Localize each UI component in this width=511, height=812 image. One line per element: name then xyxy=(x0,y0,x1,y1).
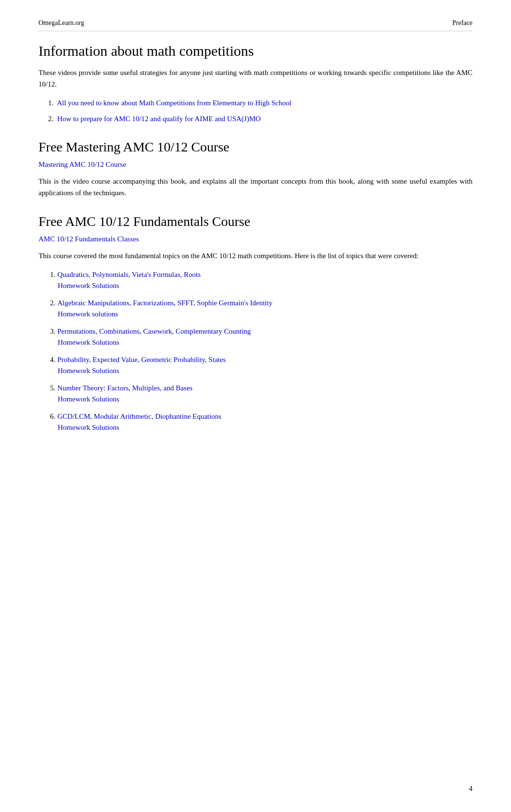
section-info-competitions: Information about math competitions Thes… xyxy=(38,43,473,124)
list-number-1: 1. xyxy=(48,99,53,107)
competition-link-2[interactable]: How to prepare for AMC 10/12 and qualify… xyxy=(57,115,261,123)
section-title-fundamentals: Free AMC 10/12 Fundamentals Course xyxy=(38,214,473,229)
topic-item-4: 4.Probability, Expected Value, Geometric… xyxy=(38,354,473,376)
header-bar: OmegaLearn.org Preface xyxy=(38,19,473,31)
homework-link-1[interactable]: Homework Solutions xyxy=(50,280,473,291)
topic-number-6: 6. xyxy=(50,412,55,420)
homework-link-6[interactable]: Homework Solutions xyxy=(50,422,473,433)
homework-link-3[interactable]: Homework Solutions xyxy=(50,337,473,348)
homework-link-2[interactable]: Homework solutions xyxy=(50,309,473,320)
topics-list: 1.Quadratics, Polynomials, Vieta's Formu… xyxy=(38,269,473,433)
mastering-course-link[interactable]: Mastering AMC 10/12 Course xyxy=(38,161,473,169)
list-item-1: 1. All you need to know about Math Compe… xyxy=(38,98,473,109)
competition-link-1[interactable]: All you need to know about Math Competit… xyxy=(57,99,291,107)
page-number: 4 xyxy=(469,785,473,793)
topic-number-2: 2. xyxy=(50,299,55,307)
site-name: OmegaLearn.org xyxy=(38,19,84,27)
section-title-info: Information about math competitions xyxy=(38,43,473,59)
homework-link-5[interactable]: Homework Solutions xyxy=(50,394,473,405)
section-body-mastering: This is the video course accompanying th… xyxy=(38,175,473,199)
topic-link-2[interactable]: Algebraic Manipulations, Factorizations,… xyxy=(57,299,272,307)
topic-link-3[interactable]: Permutations, Combinations, Casework, Co… xyxy=(57,327,251,335)
topic-item-1: 1.Quadratics, Polynomials, Vieta's Formu… xyxy=(38,269,473,291)
section-fundamentals: Free AMC 10/12 Fundamentals Course AMC 1… xyxy=(38,214,473,433)
topic-item-5: 5.Number Theory: Factors, Multiples, and… xyxy=(38,383,473,404)
topic-item-6: 6.GCD/LCM, Modular Arithmetic, Diophanti… xyxy=(38,411,473,433)
topic-number-4: 4. xyxy=(50,356,55,363)
topic-item-2: 2.Algebraic Manipulations, Factorization… xyxy=(38,298,473,319)
topic-link-6[interactable]: GCD/LCM, Modular Arithmetic, Diophantine… xyxy=(57,412,221,420)
section-mastering: Free Mastering AMC 10/12 Course Masterin… xyxy=(38,139,473,199)
homework-link-4[interactable]: Homework Solutions xyxy=(50,365,473,376)
list-item-2: 2. How to prepare for AMC 10/12 and qual… xyxy=(38,113,473,125)
section-body-fundamentals: This course covered the most fundamental… xyxy=(38,250,473,262)
topic-number-3: 3. xyxy=(50,327,55,335)
chapter-label: Preface xyxy=(452,19,473,27)
topic-number-5: 5. xyxy=(50,384,55,392)
section-title-mastering: Free Mastering AMC 10/12 Course xyxy=(38,139,473,155)
competition-links-list: 1. All you need to know about Math Compe… xyxy=(38,98,473,124)
fundamentals-course-link[interactable]: AMC 10/12 Fundamentals Classes xyxy=(38,235,473,243)
topic-number-1: 1. xyxy=(50,271,55,278)
section-body-info: These videos provide some useful strateg… xyxy=(38,67,473,90)
topic-link-1[interactable]: Quadratics, Polynomials, Vieta's Formula… xyxy=(57,271,201,278)
page-container: OmegaLearn.org Preface Information about… xyxy=(0,0,511,812)
topic-link-4[interactable]: Probability, Expected Value, Geometric P… xyxy=(57,356,226,363)
list-number-2: 2. xyxy=(48,115,53,123)
topic-link-5[interactable]: Number Theory: Factors, Multiples, and B… xyxy=(57,384,192,392)
topic-item-3: 3.Permutations, Combinations, Casework, … xyxy=(38,326,473,348)
